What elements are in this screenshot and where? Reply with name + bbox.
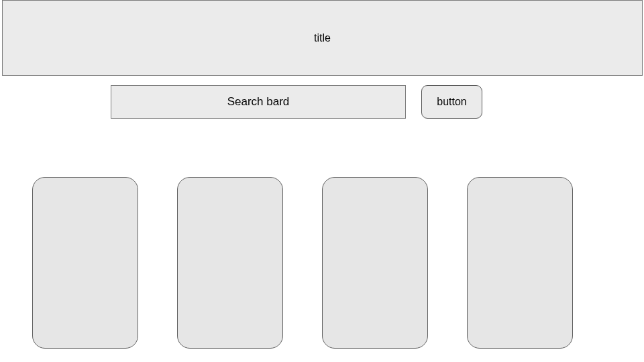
card[interactable] — [322, 177, 428, 349]
search-input[interactable] — [111, 85, 406, 119]
page-title: title — [314, 32, 331, 44]
card[interactable] — [177, 177, 283, 349]
search-row: button — [111, 85, 482, 119]
search-button[interactable]: button — [421, 85, 482, 119]
card[interactable] — [467, 177, 573, 349]
card[interactable] — [32, 177, 138, 349]
card-list — [32, 177, 573, 349]
header: title — [2, 0, 643, 76]
